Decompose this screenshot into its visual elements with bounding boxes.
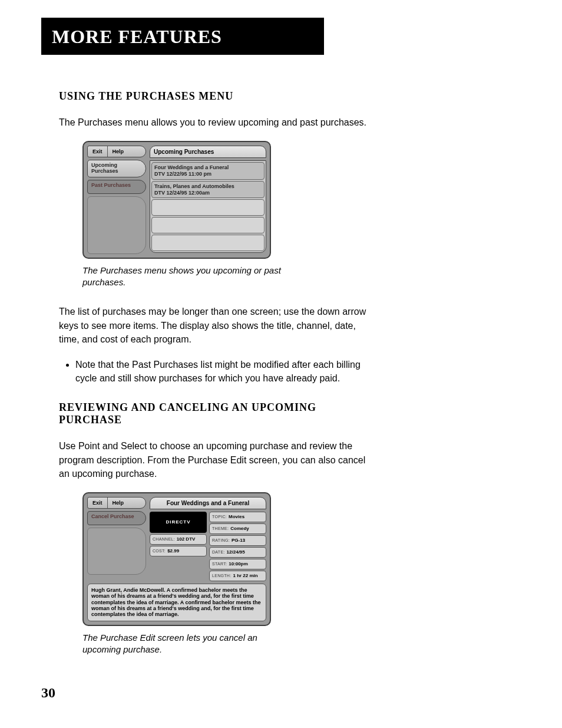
body-text: The Purchases menu allows you to review … — [59, 116, 377, 129]
page-header: MORE FEATURES — [41, 18, 324, 55]
length-field: LENGTH:1 hr 22 min — [209, 571, 266, 581]
item-title: Four Weddings and a Funeral — [154, 164, 262, 171]
item-details: DTV 12/24/95 12:00am — [154, 190, 262, 196]
date-field: DATE:12/24/95 — [209, 547, 266, 558]
channel-field: CHANNEL:102 DTV — [150, 534, 207, 545]
theme-field: THEME:Comedy — [209, 523, 266, 534]
body-text: The list of purchases may be longer than… — [59, 305, 377, 346]
cancel-purchase-button[interactable]: Cancel Purchase — [87, 511, 146, 525]
help-button[interactable]: Help — [108, 146, 129, 157]
cost-field: COST:$2.99 — [150, 546, 207, 556]
panel-title: Upcoming Purchases — [150, 146, 266, 158]
empty-tab-area — [87, 528, 146, 575]
exit-help-tabs: Exit Help — [87, 497, 146, 509]
exit-help-tabs: Exit Help — [87, 146, 146, 157]
purchase-list: Four Weddings and a Funeral DTV 12/22/95… — [150, 160, 266, 253]
help-button[interactable]: Help — [108, 498, 129, 508]
section-heading-1: USING THE PURCHASES MENU — [59, 90, 377, 103]
figure-caption: The Purchase Edit screen lets you cancel… — [82, 632, 295, 656]
program-title: Four Weddings and a Funeral — [150, 497, 266, 509]
list-item-blank — [151, 199, 265, 216]
item-title: Trains, Planes and Automobiles — [154, 183, 262, 190]
topic-field: TOPIC:Movies — [209, 512, 266, 522]
page-number: 30 — [41, 685, 377, 701]
exit-button[interactable]: Exit — [88, 498, 108, 508]
figure-caption: The Purchases menu shows you upcoming or… — [82, 265, 295, 289]
program-description: Hugh Grant, Andie McDowell. A confirmed … — [87, 584, 266, 621]
empty-tab-area — [87, 196, 146, 254]
list-item-blank — [151, 235, 265, 251]
body-text: Use Point and Select to choose an upcomi… — [59, 439, 377, 480]
exit-button[interactable]: Exit — [88, 146, 108, 157]
bullet-item: Note that the Past Purchases list might … — [75, 358, 377, 385]
item-details: DTV 12/22/95 11:00 pm — [154, 171, 262, 177]
past-purchases-tab[interactable]: Past Purchases — [87, 180, 146, 194]
list-item[interactable]: Trains, Planes and Automobiles DTV 12/24… — [151, 181, 265, 199]
directv-logo: DIRECTV — [150, 512, 207, 533]
list-item-blank — [151, 217, 265, 233]
purchases-menu-figure: Exit Help Upcoming Purchases Past Purcha… — [82, 141, 271, 259]
start-field: START:10:00pm — [209, 559, 266, 569]
purchase-edit-figure: Exit Help Cancel Purchase Four Weddings … — [82, 492, 271, 626]
upcoming-purchases-tab[interactable]: Upcoming Purchases — [87, 160, 146, 177]
rating-field: RATING:PG-13 — [209, 535, 266, 546]
list-item[interactable]: Four Weddings and a Funeral DTV 12/22/95… — [151, 162, 265, 180]
section-heading-2: REVIEWING AND CANCELING AN UPCOMING PURC… — [59, 401, 377, 426]
